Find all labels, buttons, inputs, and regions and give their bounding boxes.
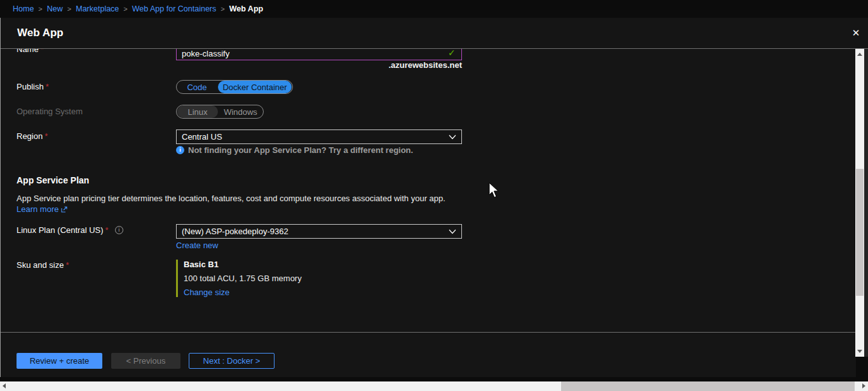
region-select[interactable]: Central US <box>176 129 462 144</box>
scroll-down-icon[interactable] <box>857 350 862 353</box>
external-link-icon <box>61 206 67 213</box>
scroll-up-icon[interactable] <box>857 53 862 56</box>
linux-plan-label: Linux Plan (Central US)* i <box>17 225 123 235</box>
horizontal-scrollbar-thumb[interactable] <box>561 381 855 391</box>
region-label: Region* <box>17 131 48 141</box>
region-value: Central US <box>182 132 222 142</box>
azure-portal-screen: Home > New > Marketplace > Web App for C… <box>0 0 868 391</box>
os-label: Operating System <box>17 107 83 116</box>
chevron-down-icon <box>449 135 456 140</box>
region-hint-text: Not finding your App Service Plan? Try a… <box>188 145 413 155</box>
name-label: Name* <box>17 49 44 54</box>
required-asterisk: * <box>105 225 109 235</box>
info-icon: i <box>176 146 184 154</box>
breadcrumb-current: Web App <box>229 4 263 13</box>
info-icon[interactable]: i <box>115 226 123 234</box>
learn-more-link[interactable]: Learn more <box>17 204 67 214</box>
breadcrumb-marketplace[interactable]: Marketplace <box>76 4 119 13</box>
breadcrumb-home[interactable]: Home <box>13 4 34 13</box>
scroll-right-icon[interactable] <box>862 383 865 388</box>
create-new-link[interactable]: Create new <box>176 241 218 250</box>
page-title: Web App <box>17 27 64 39</box>
region-hint: i Not finding your App Service Plan? Try… <box>176 145 413 155</box>
breadcrumb-web-app-for-containers[interactable]: Web App for Containers <box>132 4 216 13</box>
publish-option-code[interactable]: Code <box>177 81 217 93</box>
sku-label: Sku and size* <box>17 260 69 270</box>
asp-section-heading: App Service Plan <box>17 175 89 185</box>
name-input[interactable] <box>176 49 462 60</box>
publish-label: Publish* <box>17 82 49 91</box>
sku-block: Basic B1 100 total ACU, 1.75 GB memory C… <box>176 260 302 297</box>
blade-header: Web App ✕ <box>0 18 868 49</box>
valid-check-icon: ✓ <box>448 49 456 58</box>
breadcrumb: Home > New > Marketplace > Web App for C… <box>0 0 868 18</box>
review-create-button[interactable]: Review + create <box>17 353 102 369</box>
window-edge-strip <box>864 49 868 357</box>
publish-option-docker-container[interactable]: Docker Container <box>218 81 292 93</box>
breadcrumb-separator-icon: > <box>220 5 224 13</box>
required-asterisk: * <box>44 131 48 141</box>
chevron-down-icon <box>449 229 456 234</box>
next-docker-button[interactable]: Next : Docker > <box>189 353 275 369</box>
breadcrumb-separator-icon: > <box>123 5 127 13</box>
sku-details: 100 total ACU, 1.75 GB memory <box>184 274 302 283</box>
os-option-linux[interactable]: Linux <box>177 105 218 118</box>
close-icon[interactable]: ✕ <box>849 26 863 40</box>
os-toggle: Linux Windows <box>176 105 264 119</box>
linux-plan-select[interactable]: (New) ASP-pokedeploy-9362 <box>176 224 462 239</box>
breadcrumb-separator-icon: > <box>67 5 71 13</box>
required-asterisk: * <box>41 49 44 54</box>
name-domain-suffix: .azurewebsites.net <box>176 60 462 70</box>
form-content: Name* ✓ .azurewebsites.net Publish* Code… <box>0 49 855 332</box>
os-option-windows[interactable]: Windows <box>218 105 263 118</box>
change-size-link[interactable]: Change size <box>184 288 302 297</box>
breadcrumb-new[interactable]: New <box>47 4 63 13</box>
wizard-footer: Review + create < Previous Next : Docker… <box>0 332 856 377</box>
required-asterisk: * <box>65 260 69 270</box>
horizontal-scrollbar[interactable] <box>0 381 868 391</box>
scroll-left-icon[interactable] <box>3 383 6 388</box>
asp-section-description: App Service plan pricing tier determines… <box>17 194 445 203</box>
sku-name: Basic B1 <box>184 260 302 269</box>
previous-button[interactable]: < Previous <box>111 353 180 369</box>
blade-left-border <box>0 18 1 377</box>
vertical-scrollbar-thumb[interactable] <box>856 169 864 296</box>
required-asterisk: * <box>46 82 49 91</box>
breadcrumb-separator-icon: > <box>38 5 42 13</box>
publish-toggle: Code Docker Container <box>176 80 293 94</box>
linux-plan-value: (New) ASP-pokedeploy-9362 <box>182 227 288 236</box>
